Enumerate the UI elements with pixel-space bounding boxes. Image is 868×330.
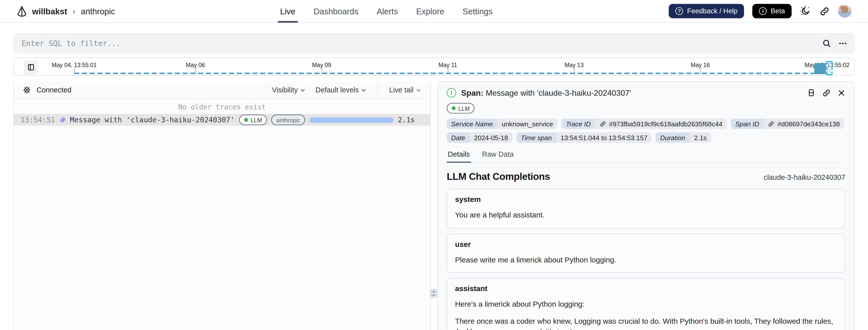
user-avatar[interactable] [838, 4, 851, 18]
default-levels-dropdown[interactable]: Default levels [315, 86, 366, 94]
breadcrumb-project[interactable]: anthropic [81, 6, 115, 16]
timeline-dashed-series [74, 72, 814, 74]
trace-list-controls: Visibility Default levels Live tail [272, 82, 422, 98]
app-root: willbakst › anthropic Live Dashboards Al… [0, 0, 868, 330]
live-tail-label: Live tail [389, 86, 413, 94]
link-icon [599, 120, 606, 127]
span-title: Span: Message with 'claude-3-haiku-20240… [461, 88, 631, 97]
message-role: system [455, 196, 837, 204]
main-area: Connected Visibility Default levels Live… [0, 81, 868, 330]
span-header: i Span: Message with 'claude-3-haiku-202… [447, 88, 845, 97]
beta-label: Beta [771, 7, 785, 15]
chevron-down-icon [300, 87, 305, 93]
meta-pill[interactable]: Trace ID#973fba5919cf9c618aafdb2635f68c4… [561, 119, 727, 129]
message-paragraph: You are a helpful assistant. [455, 210, 837, 220]
search-icon[interactable] [822, 38, 831, 48]
theme-toggle-icon[interactable] [800, 5, 811, 17]
llm-badge-label: LLM [251, 117, 262, 123]
timeline-selection[interactable] [826, 61, 832, 75]
meta-row-1: Service Nameunknown_serviceTrace ID#973f… [447, 119, 845, 129]
tab-dashboards[interactable]: Dashboards [314, 0, 359, 23]
meta-pill-label: Date [447, 132, 470, 143]
breadcrumb-separator: › [73, 6, 75, 15]
meta-row-2: Date2024-05-18Time span13:54:51.044 to 1… [447, 132, 845, 143]
beta-button[interactable]: i Beta [752, 4, 792, 18]
sql-filter-bar [13, 33, 855, 53]
timeline-tick-label: May 11 [438, 62, 457, 68]
green-dot-icon [244, 118, 248, 122]
meta-pill-value: 13:54:51.044 to 13:54:53.157 [556, 132, 652, 143]
link-icon [768, 120, 775, 127]
tab-live[interactable]: Live [280, 0, 296, 23]
panel-resize-handle[interactable] [430, 288, 438, 299]
tab-explore[interactable]: Explore [416, 0, 444, 23]
live-tail-dropdown[interactable]: Live tail [389, 86, 421, 94]
visibility-dropdown[interactable]: Visibility [272, 86, 306, 94]
model-name: claude-3-haiku-20240307 [764, 173, 845, 182]
message-paragraph: Here's a limerick about Python logging: [455, 299, 837, 310]
duration-text: 2.1s [398, 116, 414, 124]
chevron-down-icon [361, 87, 366, 93]
tab-raw-data[interactable]: Raw Data [481, 150, 515, 162]
controls-divider [377, 82, 378, 98]
gear-icon[interactable] [23, 86, 31, 94]
duration-bar [310, 117, 394, 123]
tab-settings[interactable]: Settings [463, 0, 493, 23]
message-role: assistant [455, 284, 837, 293]
message-card: systemYou are a helpful assistant. [447, 189, 845, 229]
timeline-tick-label: May 09 [312, 62, 331, 68]
timeline-tick-label: May 04, 13:55:01 [52, 62, 97, 68]
feedback-help-button[interactable]: ? Feedback / Help [669, 4, 744, 18]
trace-list-panel: Connected Visibility Default levels Live… [13, 81, 431, 330]
meta-pill[interactable]: Service Nameunknown_service [447, 119, 558, 129]
span-link-icon[interactable] [822, 88, 831, 97]
breadcrumb-org[interactable]: willbakst [32, 6, 67, 16]
message-paragraph: There once was a coder who knew, Logging… [455, 316, 837, 330]
messages: systemYou are a helpful assistant.userPl… [447, 189, 845, 330]
trace-timestamp: 13:54:51 [21, 116, 55, 124]
meta-pill[interactable]: Duration2.1s [656, 132, 711, 143]
source-badge: anthropic [271, 115, 305, 125]
span-detail-panel: i Span: Message with 'claude-3-haiku-202… [437, 81, 855, 330]
timeline-histogram-bar [814, 63, 826, 74]
top-header: willbakst › anthropic Live Dashboards Al… [0, 0, 868, 23]
trace-row[interactable]: 13:54:51 Message with 'claude-3-haiku-20… [14, 114, 430, 126]
meta-pill-label: Span ID [731, 119, 764, 129]
meta-pill[interactable]: Span ID#d08697de343ce138 [731, 119, 844, 129]
green-info-icon: i [447, 88, 456, 97]
hyperdx-logo-icon[interactable] [17, 5, 27, 17]
message-role: user [455, 240, 837, 248]
span-tabs: Details Raw Data [447, 150, 845, 163]
meta-pill-label: Trace ID [561, 119, 595, 129]
llm-badge: LLM [447, 103, 475, 114]
meta-pill-label: Duration [656, 132, 690, 143]
meta-pill[interactable]: Date2024-05-18 [447, 132, 513, 143]
message-card: userPlease write me a limerick about Pyt… [447, 233, 845, 273]
split-panel-icon[interactable] [807, 89, 815, 97]
more-options-icon[interactable] [838, 38, 847, 48]
message-paragraph: Please write me a limerick about Python … [455, 254, 837, 265]
no-older-traces-message: No older traces exist [14, 99, 430, 114]
feedback-help-label: Feedback / Help [687, 7, 738, 15]
span-title-label: Span: [461, 88, 484, 97]
meta-pill[interactable]: Time span13:54:51.044 to 13:54:53.157 [516, 132, 652, 143]
span-header-actions [807, 88, 845, 97]
close-icon[interactable] [838, 89, 845, 97]
timeline-tick-label: May 13 [565, 62, 584, 68]
main-nav: Live Dashboards Alerts Explore Settings [280, 0, 493, 23]
llm-badge: LLM [239, 115, 267, 125]
breadcrumb: willbakst › anthropic [17, 5, 115, 17]
default-levels-label: Default levels [315, 86, 359, 94]
section-title: LLM Chat Completions [447, 171, 550, 183]
llm-section-header: LLM Chat Completions claude-3-haiku-2024… [447, 171, 845, 183]
tab-details[interactable]: Details [447, 150, 471, 162]
tab-alerts[interactable]: Alerts [377, 0, 398, 23]
diamond-icon [60, 117, 66, 123]
timeline-tick-label: May 06 [186, 62, 205, 68]
sql-filter-input[interactable] [21, 38, 815, 48]
share-link-icon[interactable] [819, 6, 830, 16]
header-actions: ? Feedback / Help i Beta [669, 4, 851, 18]
chevron-down-icon [416, 87, 421, 93]
message-card: assistantHere's a limerick about Python … [447, 278, 845, 330]
trace-title: Message with 'claude-3-haiku-20240307' [70, 116, 235, 124]
